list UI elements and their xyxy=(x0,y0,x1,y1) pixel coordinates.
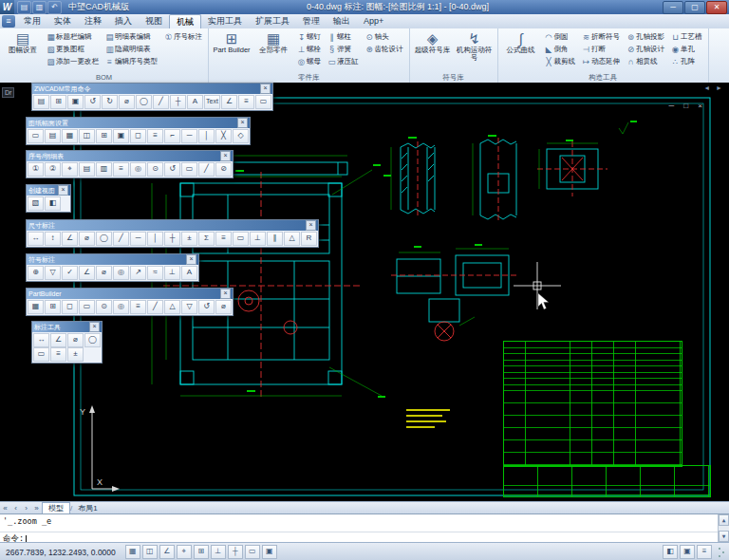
tool-icon[interactable]: ⊞ xyxy=(96,129,112,143)
tool-icon[interactable]: ╱ xyxy=(153,95,169,109)
tab-注释[interactable]: 注释 xyxy=(78,14,108,28)
tool-icon[interactable]: ≡ xyxy=(130,300,146,314)
status-icon[interactable]: ◧ xyxy=(663,545,678,559)
ribbon-item-更换图框[interactable]: ▧更换图框 xyxy=(46,43,101,55)
tool-icon[interactable]: ↻ xyxy=(102,95,118,109)
tool-icon[interactable]: ◻ xyxy=(130,129,146,143)
tool-icon[interactable]: ≈ xyxy=(147,266,163,280)
tool-icon[interactable]: ⊞ xyxy=(45,300,61,314)
tool-icon[interactable]: ∠ xyxy=(62,232,78,246)
tool-icon[interactable]: ⌀ xyxy=(67,333,84,347)
tool-icon[interactable]: ─ xyxy=(181,129,197,143)
tool-icon[interactable]: ◎ xyxy=(130,162,146,177)
ribbon-bigbutton-机构运动符号[interactable]: ↯机构运动符号 xyxy=(456,29,494,62)
status-toggle-icon[interactable]: ▣ xyxy=(262,545,277,559)
tool-icon[interactable]: ∠ xyxy=(221,95,237,109)
tool-icon[interactable]: ✓ xyxy=(62,266,78,280)
toolbar-create-view[interactable]: 创建视图× ▧◧ xyxy=(26,184,71,213)
tool-icon[interactable]: ▭ xyxy=(233,232,249,246)
tool-icon[interactable]: ┼ xyxy=(170,95,186,109)
ribbon-item-螺栓[interactable]: ⊥螺栓 xyxy=(296,43,323,55)
tool-icon[interactable]: ② xyxy=(45,162,61,177)
layout-nav-arrow[interactable]: ‹ xyxy=(10,504,21,513)
tool-icon[interactable]: ▣ xyxy=(67,95,84,109)
tool-icon[interactable]: ▥ xyxy=(96,162,112,177)
ribbon-item-单孔[interactable]: ◉单孔 xyxy=(670,43,704,55)
tool-icon[interactable]: ▦ xyxy=(62,129,78,143)
docked-panel-tab[interactable]: Dr xyxy=(2,87,14,98)
tool-icon[interactable]: Text xyxy=(204,95,220,109)
qat-icon[interactable]: ↶ xyxy=(47,1,62,14)
tool-icon[interactable]: ≡ xyxy=(50,347,66,362)
drawing-canvas[interactable]: Y X Dr ─ □ × ◄ ► ZWCADM常用命令× ▤⊞▣↺↻⌀◯╱┼AT… xyxy=(0,83,729,501)
tool-icon[interactable]: ▭ xyxy=(33,347,49,362)
tool-icon[interactable]: ∠ xyxy=(79,266,95,280)
ribbon-item-弹簧[interactable]: §弹簧 xyxy=(327,43,361,55)
toolbar-symbol[interactable]: 符号标注× ⊕▽✓∠⌀◎↗≈⊥A xyxy=(26,253,199,282)
tool-icon[interactable]: ◯ xyxy=(136,95,152,109)
minimize-button[interactable]: ─ xyxy=(663,1,683,14)
tab-输出[interactable]: 输出 xyxy=(327,14,357,28)
tool-icon[interactable]: ↺ xyxy=(198,300,215,314)
canvas-nav-arrows[interactable]: ◄ ► xyxy=(703,84,724,91)
tool-icon[interactable]: R xyxy=(301,232,317,246)
tool-icon[interactable]: ▭ xyxy=(79,300,95,314)
tool-icon[interactable]: ▤ xyxy=(79,162,95,177)
close-icon[interactable]: × xyxy=(186,254,196,265)
layout-nav-arrow[interactable]: › xyxy=(21,504,31,513)
tool-icon[interactable]: ∥ xyxy=(267,232,283,246)
tool-icon[interactable]: ⌀ xyxy=(119,95,135,109)
tool-icon[interactable]: ⌖ xyxy=(62,162,78,177)
tool-icon[interactable]: ◎ xyxy=(113,266,129,280)
tool-icon[interactable]: ╱ xyxy=(198,162,215,177)
tool-icon[interactable]: A xyxy=(187,95,203,109)
toolbar-title-bar[interactable]: 序号/明细表× xyxy=(27,151,233,161)
ribbon-item-添加一更改栏[interactable]: ▨添加一更改栏 xyxy=(46,55,101,67)
tab-视图[interactable]: 视图 xyxy=(139,14,169,28)
close-icon[interactable]: × xyxy=(89,322,100,332)
close-icon[interactable]: × xyxy=(260,84,271,94)
tool-icon[interactable]: A xyxy=(181,266,197,280)
tool-icon[interactable]: ↺ xyxy=(84,95,101,109)
ribbon-item-裁剪线[interactable]: ╳裁剪线 xyxy=(544,55,578,67)
toolbar-title-bar[interactable]: PartBuilder× xyxy=(27,289,233,299)
status-toggle-icon[interactable]: ◫ xyxy=(142,545,158,559)
status-toggle-icon[interactable]: ⌖ xyxy=(177,545,192,559)
toolbar-balloon-bom[interactable]: 序号/明细表× ①②⌖▤▥≡◎⊙↺▭╱⊘ xyxy=(26,150,234,178)
tab-管理[interactable]: 管理 xyxy=(296,14,327,28)
toolbar-title-bar[interactable]: 符号标注× xyxy=(27,254,198,265)
tab-扩展工具[interactable]: 扩展工具 xyxy=(249,14,296,28)
ribbon-bigbutton-Part Builder[interactable]: ⊞Part Builder xyxy=(213,29,251,54)
tool-icon[interactable]: ± xyxy=(181,232,197,246)
command-window[interactable]: '_.zoom _e 命令: ▲ ▼ xyxy=(0,513,729,543)
ribbon-item-倒角[interactable]: ◣倒角 xyxy=(544,43,578,55)
status-toggle-icon[interactable]: ▭ xyxy=(245,545,260,559)
tab-实用工具[interactable]: 实用工具 xyxy=(201,14,249,28)
document-window-controls[interactable]: ─ □ × xyxy=(668,102,706,110)
ribbon-item-孔阵[interactable]: ∴孔阵 xyxy=(670,55,704,67)
status-toggle-icon[interactable]: ⊥ xyxy=(211,545,226,559)
ribbon-item-打断[interactable]: ⊣打断 xyxy=(581,43,622,55)
tool-icon[interactable]: ↕ xyxy=(45,232,61,246)
tool-icon[interactable]: ▤ xyxy=(33,95,49,109)
tool-icon[interactable]: ◫ xyxy=(79,129,95,143)
tab-常用[interactable]: 常用 xyxy=(17,14,47,28)
status-toggle-icon[interactable]: ∠ xyxy=(159,545,175,559)
toolbar-title-bar[interactable]: ZWCADM常用命令× xyxy=(32,84,272,94)
toolbar-title-bar[interactable]: 尺寸标注× xyxy=(27,220,318,231)
tool-icon[interactable]: ⊥ xyxy=(250,232,266,246)
tool-icon[interactable]: ⌀ xyxy=(215,300,232,314)
ribbon-item-隐藏明细表[interactable]: ▥隐藏明细表 xyxy=(104,43,159,55)
tab-机械[interactable]: 机械 xyxy=(169,14,201,28)
ribbon-item-液压缸[interactable]: ▭液压缸 xyxy=(327,55,361,67)
tool-icon[interactable]: ▤ xyxy=(45,129,61,143)
ribbon-item-折断符号[interactable]: ≋折断符号 xyxy=(581,30,622,43)
tool-icon[interactable]: ± xyxy=(67,347,84,362)
qat-icon[interactable]: ▥ xyxy=(32,1,47,14)
tab-实体[interactable]: 实体 xyxy=(47,14,78,28)
tool-icon[interactable]: ⊘ xyxy=(215,162,232,177)
toolbar-zwcadm-common[interactable]: ZWCADM常用命令× ▤⊞▣↺↻⌀◯╱┼AText∠≡▭ xyxy=(31,83,273,111)
scroll-down-icon[interactable]: ▼ xyxy=(719,531,729,542)
tool-icon[interactable]: ▽ xyxy=(45,266,61,280)
tool-icon[interactable]: ≡ xyxy=(238,95,254,109)
